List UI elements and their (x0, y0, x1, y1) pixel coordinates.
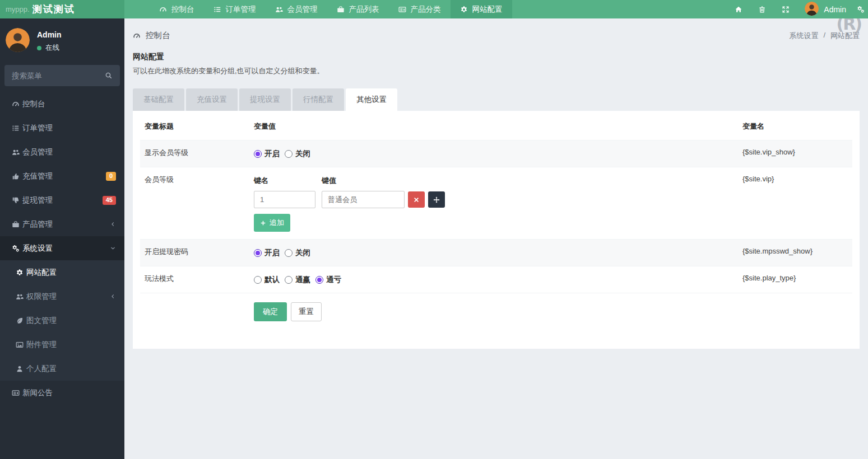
sidebar-section: 系统设置网站配置权限管理图文管理附件管理个人配置 (0, 236, 124, 381)
kv-labels: 键名键值 (254, 176, 734, 186)
column-header: 变量值 (249, 111, 738, 140)
count-badge: 0 (106, 172, 116, 181)
tab-4[interactable]: 其他设置 (346, 88, 397, 111)
search-icon[interactable] (105, 72, 113, 79)
online-status-label: 在线 (45, 43, 59, 53)
reset-button[interactable]: 重置 (291, 302, 322, 321)
form-actions-row: 确定重置 (140, 293, 852, 332)
breadcrumb-parent[interactable]: 系统设置 (789, 31, 818, 41)
nav-item-label: 产品列表 (349, 4, 379, 15)
chevron-left-icon (110, 221, 116, 227)
sidebar-section: 产品管理 (0, 212, 124, 236)
expand-icon (782, 6, 790, 13)
kv-key-input[interactable] (254, 191, 315, 208)
trash-button[interactable] (750, 0, 774, 18)
radio-label: 开启 (264, 248, 280, 258)
sidebar-subitem-gear[interactable]: 网站配置 (0, 260, 124, 284)
navbar-user-menu[interactable]: Admin (797, 2, 853, 17)
radio-option[interactable]: 开启 (254, 149, 280, 159)
sidebar-item-briefcase[interactable]: 产品管理 (0, 212, 124, 236)
newspaper-icon (8, 389, 22, 397)
sidebar-item-thumbs-up[interactable]: 充值管理0 (0, 164, 124, 188)
table-body: 显示会员等级开启关闭{$site.vip_show}会员等级键名键值追加{$si… (140, 140, 852, 332)
sidebar-item-gears[interactable]: 系统设置 (0, 236, 124, 260)
sidebar-menu: 控制台订单管理会员管理充值管理0提现管理45产品管理系统设置网站配置权限管理图文… (0, 92, 124, 405)
nav-item-label: 订单管理 (226, 4, 256, 15)
navbar-user-name: Admin (824, 5, 846, 14)
sidebar-item-list[interactable]: 订单管理 (0, 116, 124, 140)
row-value-cell: 开启关闭 (249, 140, 738, 167)
sidebar-item-users[interactable]: 会员管理 (0, 140, 124, 164)
nav-item-newspaper[interactable]: 产品分类 (389, 0, 451, 18)
nav-item-briefcase[interactable]: 产品列表 (327, 0, 389, 18)
nav-item-gear[interactable]: 网站配置 (451, 0, 512, 18)
row-variable: {$site.mpsswd_show} (738, 240, 852, 266)
sidebar-item-label: 个人配置 (26, 364, 116, 374)
delete-row-button[interactable] (408, 191, 425, 208)
empty-cell (738, 293, 852, 332)
chevron-down-icon (110, 245, 116, 251)
content-header-label: 控制台 (146, 30, 170, 41)
gear-icon (460, 6, 468, 13)
row-title: 玩法模式 (140, 266, 249, 293)
kv-key-label: 键名 (254, 176, 322, 186)
nav-item-users[interactable]: 会员管理 (266, 0, 327, 18)
expand-button[interactable] (774, 0, 797, 18)
row-variable: {$site.play_type} (738, 266, 852, 293)
sidebar-item-gauge[interactable]: 控制台 (0, 92, 124, 116)
briefcase-icon (337, 6, 345, 13)
sidebar-search-box (4, 65, 120, 86)
empty-cell (140, 293, 249, 332)
tab-0[interactable]: 基础配置 (133, 88, 184, 111)
move-row-button[interactable] (428, 191, 445, 208)
tab-1[interactable]: 充值设置 (186, 88, 238, 111)
radio-option[interactable]: 开启 (254, 248, 280, 258)
radio-label: 关闭 (295, 248, 310, 258)
append-button[interactable]: 追加 (254, 214, 290, 232)
sidebar-item-label: 图文管理 (26, 316, 116, 326)
row-title: 开启提现密码 (140, 240, 249, 266)
radio-option[interactable]: 通赢 (285, 275, 310, 285)
config-table: 变量标题变量值变量名 显示会员等级开启关闭{$site.vip_show}会员等… (140, 111, 852, 332)
settings-gears-button[interactable] (853, 0, 868, 18)
sidebar-subitem-image[interactable]: 附件管理 (0, 332, 124, 357)
radio-option[interactable]: 关闭 (285, 149, 310, 159)
radio-label: 关闭 (295, 149, 310, 159)
nav-item-list[interactable]: 订单管理 (204, 0, 266, 18)
nav-item-gauge[interactable]: 控制台 (150, 0, 204, 18)
home-button[interactable] (727, 0, 750, 18)
leaf-icon (12, 317, 26, 325)
sidebar-subitem-user[interactable]: 个人配置 (0, 357, 124, 381)
radio-option[interactable]: 默认 (254, 275, 280, 285)
tab-3[interactable]: 行情配置 (293, 88, 344, 111)
row-variable: {$site.vip} (738, 167, 852, 240)
radio-label: 通赢 (295, 275, 310, 285)
sidebar-item-label: 网站配置 (26, 268, 116, 278)
radio-option[interactable]: 关闭 (285, 248, 310, 258)
nav-item-label: 会员管理 (287, 4, 318, 15)
radio-circle-icon (315, 276, 323, 284)
search-input[interactable] (12, 72, 105, 80)
config-tabs: 基础配置充值设置提现设置行情配置其他设置 (133, 88, 860, 111)
sidebar-item-newspaper[interactable]: 新闻公告 (0, 381, 124, 405)
radio-circle-icon (254, 276, 262, 284)
top-navbar: myppp. 测试测试 控制台订单管理会员管理产品列表产品分类网站配置 Admi… (0, 0, 868, 18)
breadcrumb-separator: / (823, 31, 825, 41)
avatar[interactable] (6, 28, 30, 54)
tab-2[interactable]: 提现设置 (239, 88, 291, 111)
dashboard-icon (133, 32, 141, 40)
radio-option[interactable]: 通亏 (315, 275, 341, 285)
image-icon (12, 341, 26, 349)
sidebar-subitem-leaf[interactable]: 图文管理 (0, 308, 124, 332)
sidebar-toggle-button[interactable] (124, 0, 150, 18)
sidebar-item-thumbs-down[interactable]: 提现管理45 (0, 188, 124, 212)
kv-value-input[interactable] (322, 191, 405, 208)
sidebar-item-label: 会员管理 (22, 147, 116, 157)
sidebar-subitem-users[interactable]: 权限管理 (0, 284, 124, 308)
row-title: 显示会员等级 (140, 140, 249, 167)
sidebar-item-label: 控制台 (22, 99, 116, 109)
sidebar: Admin 在线 控制台订单管理会员管理充值管理0提现管理45产品管理系统设置网… (0, 18, 124, 459)
brand-logo[interactable]: myppp. 测试测试 (0, 0, 124, 18)
submit-button[interactable]: 确定 (254, 302, 287, 321)
users-icon (275, 6, 283, 13)
